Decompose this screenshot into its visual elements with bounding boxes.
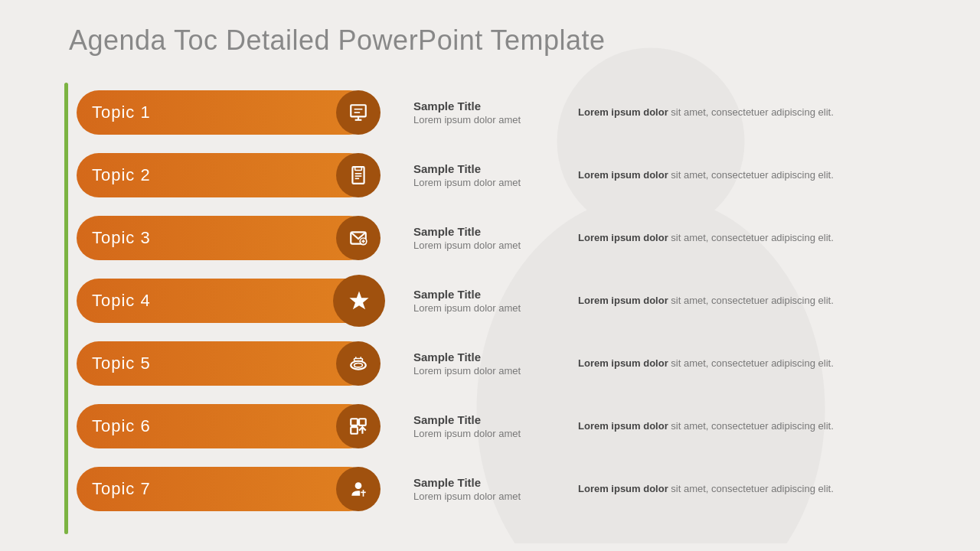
svg-point-18	[354, 363, 363, 367]
middle-text-7: Sample Title Lorem ipsum dolor amet	[413, 476, 555, 502]
right-text-3: Lorem ipsum dolor sit amet, consectetuer…	[578, 230, 957, 246]
svg-rect-19	[354, 359, 363, 361]
svg-point-26	[355, 482, 362, 489]
sample-title-2: Sample Title	[413, 162, 555, 175]
svg-point-17	[351, 361, 366, 370]
topic-label-2: Topic 2	[92, 165, 371, 185]
right-text-2: Lorem ipsum dolor sit amet, consectetuer…	[578, 168, 957, 183]
right-text-7: Lorem ipsum dolor sit amet, consectetuer…	[578, 481, 957, 497]
topic-icon-3	[336, 216, 381, 260]
topic-row-7: Topic 7 Sample Title Lorem ipsum dolor a…	[77, 459, 957, 519]
topic-pill-5[interactable]: Topic 5	[77, 341, 371, 386]
sample-body-3: Lorem ipsum dolor amet	[413, 240, 555, 251]
topic-label-6: Topic 6	[92, 416, 371, 436]
svg-rect-8	[355, 167, 362, 170]
middle-text-4: Sample Title Lorem ipsum dolor amet	[413, 288, 555, 314]
lorem-bold-7: Lorem ipsum dolor	[578, 483, 668, 494]
topic-row-5: Topic 5 Sample Title Lorem ipsum dolor a…	[77, 334, 957, 393]
topic-icon-5	[336, 341, 381, 386]
lorem-bold-3: Lorem ipsum dolor	[578, 232, 668, 243]
topic-label-3: Topic 3	[92, 228, 371, 248]
content-area: Topic 1 Sample Title Lorem ipsum dolor a…	[77, 83, 957, 522]
page-title: Agenda Toc Detailed PowerPoint Template	[69, 24, 606, 57]
topic-row-3: Topic 3 Sample Title Lorem ipsum dolor a…	[77, 208, 957, 268]
sample-title-3: Sample Title	[413, 225, 555, 238]
svg-rect-7	[352, 167, 364, 184]
topic-label-7: Topic 7	[92, 479, 371, 499]
topic-pill-4[interactable]: Topic 4	[77, 279, 371, 323]
topic-pill-6[interactable]: Topic 6	[77, 404, 371, 448]
topic-icon-2	[336, 153, 381, 197]
topic-icon-6	[336, 404, 381, 448]
topic-pill-3[interactable]: Topic 3	[77, 216, 371, 260]
topic-pill-2[interactable]: Topic 2	[77, 153, 371, 197]
svg-rect-2	[351, 105, 366, 116]
topic-label-4: Topic 4	[92, 291, 371, 311]
topic-pill-7[interactable]: Topic 7	[77, 467, 371, 511]
topic-label-5: Topic 5	[92, 354, 371, 373]
right-text-6: Lorem ipsum dolor sit amet, consectetuer…	[578, 419, 957, 434]
right-text-4: Lorem ipsum dolor sit amet, consectetuer…	[578, 293, 957, 308]
svg-rect-23	[359, 419, 366, 425]
middle-text-5: Sample Title Lorem ipsum dolor amet	[413, 350, 555, 377]
topic-row-1: Topic 1 Sample Title Lorem ipsum dolor a…	[77, 83, 957, 142]
sample-body-4: Lorem ipsum dolor amet	[413, 302, 555, 314]
sample-title-4: Sample Title	[413, 288, 555, 301]
sample-title-7: Sample Title	[413, 476, 555, 489]
topic-pill-1[interactable]: Topic 1	[77, 90, 371, 135]
topic-row-4: Topic 4 Sample Title Lorem ipsum dolor a…	[77, 271, 957, 331]
right-text-1: Lorem ipsum dolor sit amet, consectetuer…	[578, 105, 957, 120]
svg-rect-24	[351, 427, 358, 434]
topic-icon-4	[333, 275, 385, 327]
sample-body-5: Lorem ipsum dolor amet	[413, 365, 555, 377]
svg-rect-22	[351, 419, 358, 425]
middle-text-1: Sample Title Lorem ipsum dolor amet	[413, 99, 555, 126]
topic-label-1: Topic 1	[92, 103, 371, 122]
vertical-accent-line	[64, 83, 68, 534]
svg-marker-16	[350, 292, 369, 310]
topic-icon-7	[336, 467, 381, 511]
topic-row-6: Topic 6 Sample Title Lorem ipsum dolor a…	[77, 396, 957, 456]
sample-title-1: Sample Title	[413, 99, 555, 112]
sample-body-2: Lorem ipsum dolor amet	[413, 177, 555, 188]
lorem-bold-4: Lorem ipsum dolor	[578, 295, 668, 306]
topic-row-2: Topic 2 Sample Title Lorem ipsum dolor a…	[77, 145, 957, 205]
middle-text-3: Sample Title Lorem ipsum dolor amet	[413, 225, 555, 251]
lorem-bold-6: Lorem ipsum dolor	[578, 420, 668, 432]
topic-icon-1	[336, 90, 381, 135]
middle-text-2: Sample Title Lorem ipsum dolor amet	[413, 162, 555, 188]
lorem-bold-2: Lorem ipsum dolor	[578, 169, 668, 181]
middle-text-6: Sample Title Lorem ipsum dolor amet	[413, 413, 555, 439]
sample-body-1: Lorem ipsum dolor amet	[413, 114, 555, 126]
sample-body-7: Lorem ipsum dolor amet	[413, 491, 555, 502]
sample-title-6: Sample Title	[413, 413, 555, 426]
sample-body-6: Lorem ipsum dolor amet	[413, 428, 555, 439]
sample-title-5: Sample Title	[413, 350, 555, 364]
lorem-bold-1: Lorem ipsum dolor	[578, 106, 668, 118]
right-text-5: Lorem ipsum dolor sit amet, consectetuer…	[578, 356, 957, 371]
lorem-bold-5: Lorem ipsum dolor	[578, 357, 668, 369]
